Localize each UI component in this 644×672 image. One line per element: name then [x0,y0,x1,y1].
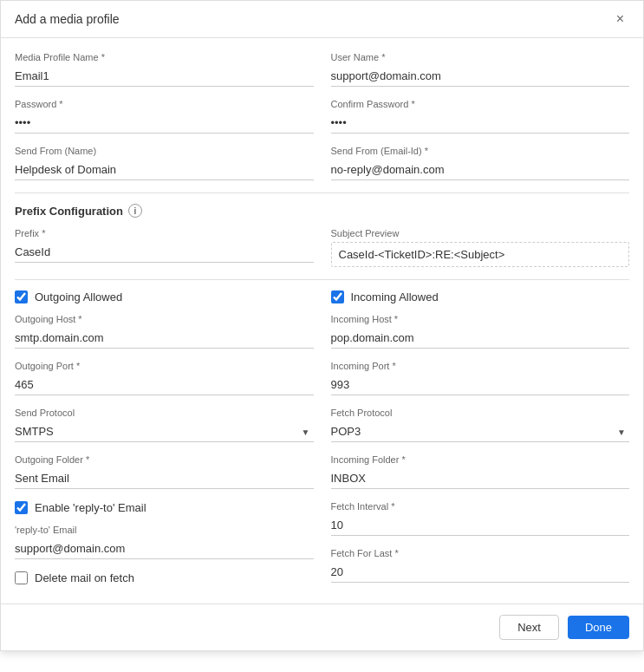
replyto-email-label: 'reply-to' Email [15,525,314,535]
add-media-profile-dialog: Add a media profile × Media Profile Name… [0,0,644,651]
incoming-host-label: Incoming Host * [331,314,630,324]
done-button[interactable]: Done [568,616,629,639]
delete-mail-checkbox[interactable] [15,571,28,584]
enable-replyto-label[interactable]: Enable 'reply-to' Email [35,501,146,514]
send-protocol-group: Send Protocol SMTPS SMTP SMTPS/TLS ▼ [15,408,314,442]
fetch-for-last-input[interactable] [331,562,630,583]
password-input[interactable] [15,113,314,134]
fetch-protocol-group: Fetch Protocol POP3 IMAP ▼ [331,408,630,442]
fetch-protocol-wrapper: POP3 IMAP ▼ [331,421,630,442]
incoming-folder-input[interactable] [331,468,630,489]
fetch-interval-input[interactable] [331,515,630,536]
subject-preview-input [331,242,630,267]
fetch-for-last-group: Fetch For Last * [331,548,630,583]
close-button[interactable]: × [611,10,629,29]
replyto-email-input[interactable] [15,538,314,559]
outgoing-folder-label: Outgoing Folder * [15,454,314,465]
password-group: Password * [15,99,314,134]
dialog-body: Media Profile Name * User Name * Passwor… [1,38,643,595]
row-password: Password * Confirm Password * [15,99,629,134]
outgoing-port-group: Outgoing Port * [15,361,314,395]
media-profile-name-input[interactable] [15,66,314,87]
divider-2 [15,279,629,280]
prefix-group: Prefix * [15,228,314,267]
outgoing-folder-group: Outgoing Folder * [15,454,314,489]
user-name-group: User Name * [331,52,630,87]
next-button[interactable]: Next [499,615,559,640]
dialog-header: Add a media profile × [1,1,643,38]
row-send-from: Send From (Name) Send From (Email-Id) * [15,146,629,180]
outgoing-host-group: Outgoing Host * [15,314,314,349]
outgoing-port-input[interactable] [15,375,314,395]
subject-preview-group: Subject Preview [331,228,630,267]
delete-mail-label[interactable]: Delete mail on fetch [35,571,134,584]
incoming-folder-label: Incoming Folder * [331,454,630,465]
send-from-email-group: Send From (Email-Id) * [331,146,630,180]
user-name-label: User Name * [331,52,630,62]
delete-mail-row: Delete mail on fetch [15,571,314,584]
dialog-title: Add a media profile [15,12,120,26]
media-profile-name-group: Media Profile Name * [15,52,314,87]
user-name-input[interactable] [331,66,630,87]
outgoing-allowed-checkbox[interactable] [15,290,28,303]
outgoing-host-label: Outgoing Host * [15,314,314,324]
replyto-email-group: 'reply-to' Email [15,525,314,559]
prefix-config-label: Prefix Configuration [15,205,123,218]
outgoing-allowed-row: Outgoing Allowed [15,290,314,303]
confirm-password-group: Confirm Password * [331,99,630,134]
fetch-interval-label: Fetch Interval * [331,501,630,512]
incoming-host-group: Incoming Host * [331,314,630,349]
incoming-host-input[interactable] [331,328,630,349]
send-from-name-group: Send From (Name) [15,146,314,180]
enable-replyto-row: Enable 'reply-to' Email [15,501,314,514]
incoming-allowed-row: Incoming Allowed [331,290,630,303]
row-profile-username: Media Profile Name * User Name * [15,52,629,87]
row-prefix: Prefix * Subject Preview [15,228,629,267]
outgoing-folder-input[interactable] [15,468,314,489]
incoming-port-label: Incoming Port * [331,361,630,371]
outgoing-host-input[interactable] [15,328,314,349]
incoming-port-input[interactable] [331,375,630,395]
incoming-allowed-checkbox[interactable] [331,290,344,303]
subject-preview-label: Subject Preview [331,228,630,238]
outgoing-incoming-section: Outgoing Allowed Outgoing Host * Outgoin… [15,290,629,595]
send-from-name-input[interactable] [15,160,314,180]
incoming-port-group: Incoming Port * [331,361,630,395]
send-from-name-label: Send From (Name) [15,146,314,156]
enable-replyto-checkbox[interactable] [15,501,28,514]
confirm-password-input[interactable] [331,113,630,134]
incoming-column: Incoming Allowed Incoming Host * Incomin… [331,290,630,595]
prefix-input[interactable] [15,242,314,263]
outgoing-allowed-label[interactable]: Outgoing Allowed [35,290,122,303]
send-protocol-label: Send Protocol [15,408,314,418]
prefix-label: Prefix * [15,228,314,238]
divider-1 [15,192,629,193]
send-from-email-label: Send From (Email-Id) * [331,146,630,156]
media-profile-name-label: Media Profile Name * [15,52,314,62]
password-label: Password * [15,99,314,109]
info-icon[interactable]: i [128,204,142,218]
prefix-config-section-title: Prefix Configuration i [15,204,629,218]
confirm-password-label: Confirm Password * [331,99,630,109]
incoming-allowed-label[interactable]: Incoming Allowed [351,290,439,303]
dialog-footer: Next Done [1,603,643,650]
outgoing-port-label: Outgoing Port * [15,361,314,371]
incoming-folder-group: Incoming Folder * [331,454,630,489]
fetch-for-last-label: Fetch For Last * [331,548,630,558]
outgoing-column: Outgoing Allowed Outgoing Host * Outgoin… [15,290,314,595]
fetch-protocol-select[interactable]: POP3 IMAP [331,421,630,442]
fetch-protocol-label: Fetch Protocol [331,408,630,418]
send-protocol-wrapper: SMTPS SMTP SMTPS/TLS ▼ [15,421,314,442]
send-protocol-select[interactable]: SMTPS SMTP SMTPS/TLS [15,421,314,442]
fetch-interval-group: Fetch Interval * [331,501,630,536]
send-from-email-input[interactable] [331,160,630,180]
